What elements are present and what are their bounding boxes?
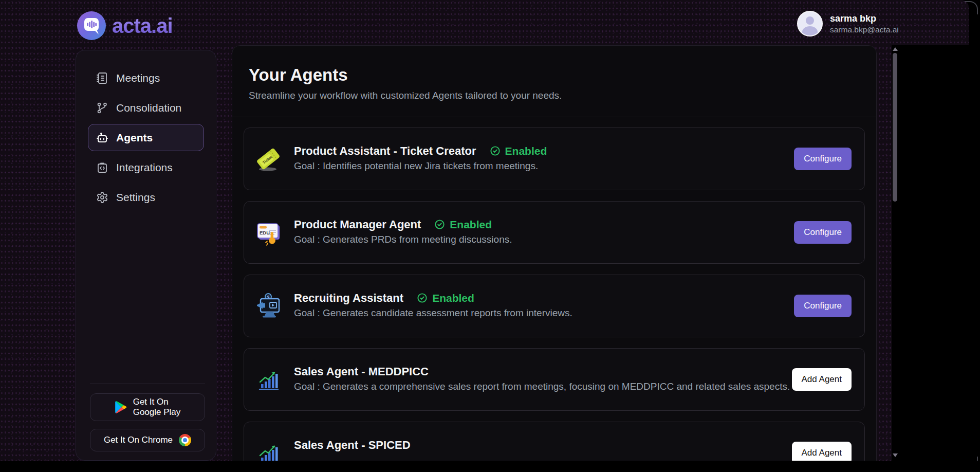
- sidebar-item-label: Meetings: [116, 72, 160, 84]
- git-branch-icon: [96, 102, 108, 114]
- agent-name: Product Manager Agent: [294, 218, 421, 231]
- sidebar-item-label: Consolidation: [116, 102, 181, 114]
- status-badge: Enabled: [490, 145, 547, 157]
- sidebar-item-label: Integrations: [116, 161, 173, 174]
- notebook-icon: [96, 72, 108, 84]
- sidebar-item-integrations[interactable]: Integrations: [88, 154, 204, 181]
- main-panel: Your Agents Streamline your workflow wit…: [232, 45, 877, 472]
- sales-chart-icon: [254, 365, 284, 394]
- prd-card-icon: EDU: [254, 217, 284, 247]
- agent-card: Sales Agent - MEDDPICC Goal : Generates …: [244, 348, 865, 411]
- bottom-strip: [0, 461, 980, 472]
- google-play-button[interactable]: Get It On Google Play: [90, 393, 205, 421]
- check-circle-icon: [434, 219, 445, 230]
- ticket-icon: Ticket: [254, 144, 284, 174]
- status-text: Enabled: [450, 219, 492, 231]
- sidebar-item-meetings[interactable]: Meetings: [88, 64, 204, 92]
- status-text: Enabled: [505, 145, 547, 157]
- agent-name: Sales Agent - MEDDPICC: [294, 365, 429, 378]
- status-badge: Enabled: [434, 219, 492, 231]
- scrollbar-down-icon[interactable]: [893, 453, 898, 457]
- page-subtitle: Streamline your workflow with customized…: [232, 85, 876, 101]
- sidebar-nav: Meetings Consolidation Agents: [76, 50, 216, 211]
- sidebar-item-label: Agents: [116, 132, 153, 144]
- agent-goal: Goal : Generates a comprehensive sales r…: [294, 381, 790, 394]
- agent-name: Product Assistant - Ticket Creator: [294, 144, 476, 158]
- agent-action-button[interactable]: Configure: [794, 148, 852, 170]
- agent-text: Sales Agent - MEDDPICC Goal : Generates …: [294, 365, 790, 394]
- agent-action-button[interactable]: Configure: [794, 221, 852, 244]
- google-play-icon: [115, 401, 127, 414]
- gear-icon: [96, 191, 108, 204]
- sidebar-item-consolidation[interactable]: Consolidation: [88, 94, 204, 121]
- chrome-button[interactable]: Get It On Chrome: [90, 429, 205, 451]
- brand-name: acta.ai: [112, 14, 173, 38]
- avatar[interactable]: [797, 11, 823, 37]
- agent-card: Ticket Product Assistant - Ticket Creato…: [244, 128, 865, 190]
- robot-icon: [96, 132, 108, 144]
- agent-action-button[interactable]: Add Agent: [792, 368, 852, 391]
- brand-logo[interactable]: acta.ai: [77, 11, 173, 40]
- sidebar-item-settings[interactable]: Settings: [88, 184, 204, 211]
- status-text: Enabled: [432, 292, 474, 304]
- brand-logo-icon: [77, 11, 106, 40]
- scrollbar-thumb[interactable]: [893, 53, 897, 202]
- sidebar: Meetings Consolidation Agents: [76, 50, 216, 461]
- check-circle-icon: [417, 293, 428, 303]
- app-screen: acta.ai sarma bkp sarma.bkp@acta.ai Meet…: [0, 0, 980, 472]
- chrome-label: Get It On Chrome: [104, 435, 173, 445]
- agent-goal: Goal : Generates PRDs from meeting discu…: [294, 234, 512, 247]
- user-name: sarma bkp: [830, 13, 899, 25]
- svg-text:EDU: EDU: [260, 230, 270, 235]
- check-circle-icon: [490, 146, 501, 156]
- app-header: acta.ai sarma bkp sarma.bkp@acta.ai: [0, 0, 969, 45]
- agent-goal: Goal : Identifies potential new Jira tic…: [294, 160, 547, 174]
- agent-action-button[interactable]: Configure: [794, 295, 852, 317]
- agent-text: Recruiting Assistant Enabled Goal : Gene…: [294, 292, 572, 321]
- agent-name: Sales Agent - SPICED: [294, 439, 411, 452]
- status-badge: Enabled: [417, 292, 474, 304]
- agent-name: Recruiting Assistant: [294, 292, 403, 305]
- agent-text: Product Manager Agent Enabled Goal : Gen…: [294, 218, 512, 247]
- chat-bubble-waveform-icon: [77, 11, 106, 40]
- sidebar-item-agents[interactable]: Agents: [88, 124, 204, 151]
- sidebar-divider: [90, 384, 205, 384]
- page-title: Your Agents: [232, 46, 876, 85]
- scrollbar-up-icon[interactable]: [893, 47, 898, 51]
- google-play-label-line2: Google Play: [133, 407, 181, 417]
- agent-card: $ Recruiting Assistant Enabled Goal : Ge…: [244, 275, 865, 337]
- agent-text: Product Assistant - Ticket Creator Enabl…: [294, 144, 547, 174]
- recruiting-monitor-icon: $: [254, 291, 284, 321]
- chrome-icon: [179, 434, 191, 446]
- agent-goal: Goal : Generates candidate assessment re…: [294, 307, 572, 321]
- user-email: sarma.bkp@acta.ai: [830, 25, 899, 34]
- agent-card: EDU Product Manager Agent Enabled Goal :…: [244, 201, 865, 264]
- user-box: sarma bkp sarma.bkp@acta.ai: [797, 11, 899, 37]
- sidebar-item-label: Settings: [116, 191, 155, 204]
- clipboard-code-icon: [96, 161, 108, 174]
- google-play-label-line1: Get It On: [133, 397, 181, 407]
- agent-list: Ticket Product Assistant - Ticket Creato…: [232, 117, 876, 472]
